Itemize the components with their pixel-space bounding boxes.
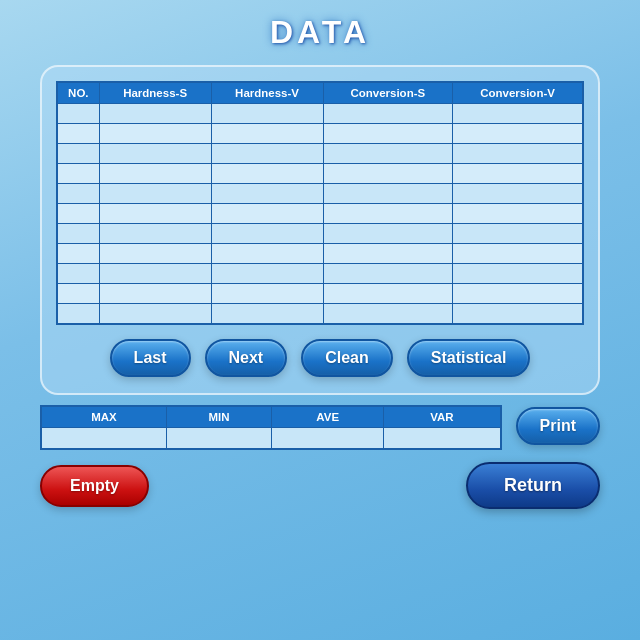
- col-no: NO.: [57, 82, 99, 104]
- print-button[interactable]: Print: [516, 407, 600, 445]
- page-title: DATA: [0, 0, 640, 59]
- clean-button[interactable]: Clean: [301, 339, 393, 377]
- table-row: [323, 184, 453, 204]
- table-row: [211, 284, 323, 304]
- col-max: MAX: [41, 406, 166, 428]
- table-row: [57, 184, 99, 204]
- table-row: [323, 304, 453, 324]
- table-row: [99, 204, 211, 224]
- print-btn-wrap: Print: [516, 405, 600, 445]
- table-row: [453, 284, 583, 304]
- table-row: [323, 244, 453, 264]
- stats-table: MAX MIN AVE VAR: [40, 405, 502, 451]
- table-row: [99, 144, 211, 164]
- table-row: [323, 144, 453, 164]
- table-row: [99, 244, 211, 264]
- table-row: [323, 164, 453, 184]
- table-row: [57, 164, 99, 184]
- table-row: [453, 304, 583, 324]
- stats-table-wrap: MAX MIN AVE VAR: [40, 405, 502, 451]
- table-row: [323, 104, 453, 124]
- empty-button[interactable]: Empty: [40, 465, 149, 507]
- main-panel: NO. Hardness-S Hardness-V Conversion-S C…: [40, 65, 600, 395]
- table-row: [453, 144, 583, 164]
- val-var: [384, 427, 501, 449]
- table-row: [99, 164, 211, 184]
- table-row: [453, 224, 583, 244]
- table-row: [211, 144, 323, 164]
- table-row: [323, 204, 453, 224]
- val-min: [166, 427, 271, 449]
- table-row: [99, 104, 211, 124]
- col-min: MIN: [166, 406, 271, 428]
- table-row: [211, 304, 323, 324]
- table-row: [211, 204, 323, 224]
- table-row: [453, 104, 583, 124]
- table-row: [57, 204, 99, 224]
- table-row: [99, 304, 211, 324]
- data-table: NO. Hardness-S Hardness-V Conversion-S C…: [56, 81, 584, 325]
- table-row: [57, 144, 99, 164]
- table-row: [99, 124, 211, 144]
- bottom-section: MAX MIN AVE VAR Print: [40, 405, 600, 451]
- last-button[interactable]: Last: [110, 339, 191, 377]
- table-row: [323, 284, 453, 304]
- val-max: [41, 427, 166, 449]
- table-row: [211, 264, 323, 284]
- val-ave: [272, 427, 384, 449]
- table-row: [453, 204, 583, 224]
- table-row: [453, 184, 583, 204]
- next-button[interactable]: Next: [205, 339, 288, 377]
- table-row: [211, 124, 323, 144]
- table-row: [453, 164, 583, 184]
- table-row: [99, 284, 211, 304]
- table-row: [453, 244, 583, 264]
- table-row: [57, 224, 99, 244]
- col-conversion-s: Conversion-S: [323, 82, 453, 104]
- col-hardness-s: Hardness-S: [99, 82, 211, 104]
- table-row: [57, 124, 99, 144]
- table-row: [57, 264, 99, 284]
- table-row: [323, 124, 453, 144]
- col-ave: AVE: [272, 406, 384, 428]
- table-row: [211, 164, 323, 184]
- table-row: [323, 224, 453, 244]
- table-row: [99, 264, 211, 284]
- table-row: [453, 264, 583, 284]
- table-row: [211, 184, 323, 204]
- button-row: Last Next Clean Statistical: [56, 339, 584, 377]
- col-var: VAR: [384, 406, 501, 428]
- table-row: [57, 284, 99, 304]
- table-row: [211, 104, 323, 124]
- table-row: [211, 224, 323, 244]
- table-row: [99, 184, 211, 204]
- col-hardness-v: Hardness-V: [211, 82, 323, 104]
- return-button[interactable]: Return: [466, 462, 600, 509]
- table-row: [57, 304, 99, 324]
- col-conversion-v: Conversion-V: [453, 82, 583, 104]
- table-row: [211, 244, 323, 264]
- table-row: [57, 104, 99, 124]
- statistical-button[interactable]: Statistical: [407, 339, 531, 377]
- table-row: [453, 124, 583, 144]
- table-row: [57, 244, 99, 264]
- table-row: [99, 224, 211, 244]
- table-row: [323, 264, 453, 284]
- bottom-actions: Empty Return: [40, 462, 600, 509]
